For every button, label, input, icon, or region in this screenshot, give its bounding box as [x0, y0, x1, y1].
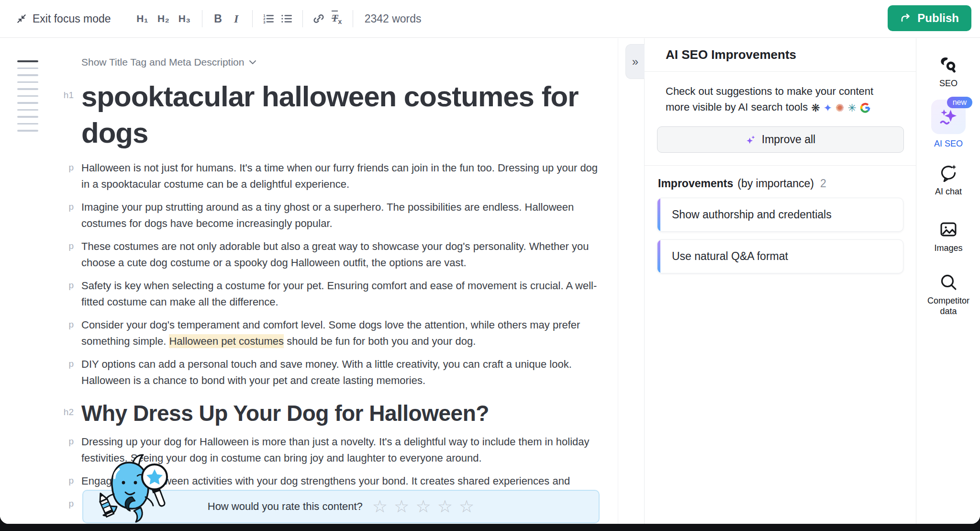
publish-button[interactable]: Publish — [888, 5, 971, 31]
suggestion-label: Show authorship and credentials — [672, 208, 832, 221]
sparkles-icon — [746, 135, 756, 145]
block-type-marker: h1 — [54, 90, 74, 101]
paragraph-block: p Imagine your pup strutting around as a… — [81, 199, 598, 232]
section-heading-block: h2 Why Dress Up Your Dog for Halloween? — [81, 400, 598, 426]
block-type-marker: p — [54, 319, 74, 330]
panel-description: Check out suggestions to make your conte… — [657, 83, 903, 116]
block-type-marker: h2 — [54, 407, 74, 418]
paragraph-text[interactable]: Consider your dog's temperament and comf… — [81, 317, 598, 350]
svg-text:3: 3 — [263, 20, 265, 24]
claude-icon: ✺ — [835, 102, 844, 114]
app-window: Exit focus mode H₁ H₂ H₃ B I 1 2 3 — [0, 0, 980, 524]
ordered-list-button[interactable]: 1 2 3 — [259, 10, 278, 28]
perplexity-icon: ✳ — [847, 102, 856, 114]
article-title-block: h1 spooktacular halloween costumes for d… — [81, 79, 598, 151]
image-icon — [939, 220, 958, 238]
paragraph-block: p Consider your dog's temperament and co… — [81, 317, 598, 350]
block-type-marker: p — [54, 162, 74, 173]
panel-collapse-tab[interactable]: » — [625, 44, 645, 79]
heading1-button[interactable]: H₁ — [134, 10, 152, 28]
minimap-line — [17, 74, 38, 76]
block-type-marker: p — [54, 359, 74, 369]
star-icon[interactable]: ☆ — [437, 498, 453, 515]
block-type-marker: p — [54, 498, 74, 509]
sidebar-item-label: AI SEO — [934, 138, 963, 149]
sidebar-item-ai-seo[interactable]: new AI SEO — [917, 100, 980, 149]
suggestion-label: Use natural Q&A format — [672, 250, 788, 263]
star-icon[interactable]: ☆ — [459, 498, 474, 515]
paragraph-text[interactable]: DIY options can add a personal touch and… — [81, 356, 598, 389]
paragraph-text[interactable]: Imagine your pup strutting around as a t… — [81, 199, 598, 232]
block-type-marker: p — [54, 241, 74, 251]
block-type-marker: p — [54, 436, 74, 447]
bold-button[interactable]: B — [209, 10, 227, 28]
rating-question: How would you rate this content? — [208, 500, 363, 513]
meta-description-toggle[interactable]: Show Title Tag and Meta Description — [81, 56, 256, 68]
article-content[interactable]: h1 spooktacular halloween costumes for d… — [81, 79, 598, 489]
clear-formatting-icon: Tx — [332, 12, 342, 25]
paragraph-block: p Halloween is not just for humans. It's… — [81, 160, 598, 192]
bullet-list-icon — [280, 12, 293, 25]
new-badge: new — [947, 97, 972, 108]
gemini-icon: ✦ — [824, 102, 832, 114]
star-icon[interactable]: ☆ — [394, 498, 409, 515]
toolbar-separator — [302, 10, 303, 27]
improve-all-button[interactable]: Improve all — [657, 126, 904, 153]
toolbar-separator — [353, 10, 353, 27]
block-type-marker: p — [54, 475, 74, 486]
link-button[interactable] — [310, 10, 328, 28]
minimap-line — [17, 123, 38, 125]
heading2-button[interactable]: H₂ — [155, 10, 173, 28]
sidebar-item-competitor-data[interactable]: Competitor data — [917, 273, 980, 316]
minimap-line — [17, 81, 38, 83]
google-icon — [860, 102, 870, 114]
paragraph-segment: should be fun for both you and your dog. — [284, 335, 476, 347]
heading3-button[interactable]: H₃ — [176, 10, 194, 28]
section-heading[interactable]: Why Dress Up Your Dog for Halloween? — [81, 400, 598, 426]
exit-focus-mode-button[interactable]: Exit focus mode — [16, 12, 111, 25]
minimap-line — [17, 109, 38, 111]
panel-title: AI SEO Improvements — [666, 47, 796, 62]
minimap-line — [17, 68, 38, 69]
article-title[interactable]: spooktacular halloween costumes for dogs — [81, 79, 598, 151]
publish-arrow-icon — [900, 12, 912, 24]
minimap-line — [17, 130, 38, 132]
collapse-focus-icon — [16, 13, 27, 24]
highlighted-keyword[interactable]: Halloween pet costumes — [169, 334, 284, 348]
exit-focus-mode-label: Exit focus mode — [33, 12, 111, 25]
panel-divider — [645, 165, 916, 166]
suggestion-card[interactable]: Show authorship and credentials — [657, 198, 903, 232]
star-icon[interactable]: ☆ — [372, 498, 388, 515]
sidebar-item-label: Images — [934, 243, 962, 253]
document-editor[interactable]: Show Title Tag and Meta Description h1 s… — [0, 38, 618, 524]
tools-sidebar: SEO new AI SEO AI chat — [917, 38, 980, 524]
paragraph-text[interactable]: Safety is key when selecting a costume f… — [81, 278, 598, 310]
sidebar-item-ai-chat[interactable]: AI chat — [917, 164, 980, 197]
ai-seo-tile[interactable]: new — [931, 100, 966, 134]
clear-formatting-button[interactable]: Tx — [328, 10, 346, 28]
minimap-line — [17, 95, 38, 97]
star-icon[interactable]: ☆ — [415, 498, 431, 515]
document-minimap[interactable] — [17, 60, 38, 137]
paragraph-block: p Safety is key when selecting a costume… — [81, 278, 598, 310]
toolbar-separator — [202, 10, 202, 27]
chevron-down-icon — [249, 60, 256, 65]
panel-header: AI SEO Improvements — [645, 38, 916, 72]
bullet-list-button[interactable] — [278, 10, 296, 28]
ai-tool-icons: ❋✦✺✳ — [808, 101, 870, 113]
improvements-sublabel: (by importance) — [737, 177, 814, 190]
surfer-seo-icon — [939, 56, 958, 74]
sidebar-item-seo[interactable]: SEO — [917, 56, 980, 89]
sidebar-item-images[interactable]: Images — [917, 220, 980, 253]
publish-label: Publish — [917, 11, 959, 25]
ai-seo-panel: AI SEO Improvements Check out suggestion… — [644, 38, 916, 524]
paragraph-text[interactable]: These costumes are not only adorable but… — [81, 238, 598, 271]
paragraph-text[interactable]: Halloween is not just for humans. It's a… — [81, 160, 598, 192]
minimap-line — [17, 102, 38, 104]
suggestion-card[interactable]: Use natural Q&A format — [657, 239, 903, 273]
word-count: 2342 words — [365, 12, 422, 25]
paragraph-block: p DIY options can add a personal touch a… — [81, 356, 598, 389]
minimap-line — [17, 116, 38, 118]
star-rating[interactable]: ☆ ☆ ☆ ☆ ☆ — [372, 498, 474, 515]
italic-button[interactable]: I — [227, 10, 245, 28]
